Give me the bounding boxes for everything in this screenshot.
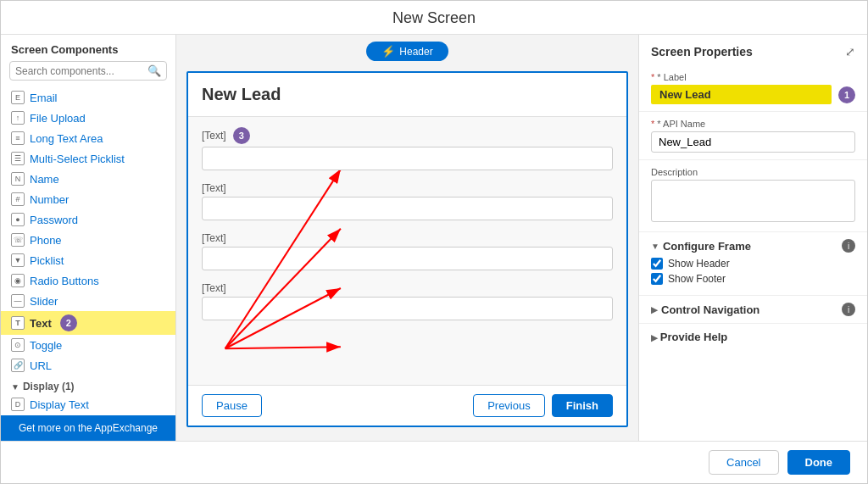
canvas-footer: Pause Previous Finish [188, 385, 626, 426]
show-header-checkbox[interactable] [651, 258, 663, 270]
search-input[interactable] [15, 65, 147, 77]
cancel-button[interactable]: Cancel [709, 450, 778, 475]
radio-icon: ◉ [11, 274, 25, 287]
field-3-input[interactable] [202, 247, 613, 270]
component-item-radio[interactable]: ◉ Radio Buttons [1, 270, 175, 291]
component-item-file-upload[interactable]: ↑ File Upload [1, 108, 175, 128]
configure-frame-header[interactable]: ▼ Configure Frame i [651, 239, 855, 253]
component-label-number: Number [30, 193, 69, 206]
right-panel: Screen Properties ⤢ * * Label 1 * * API … [638, 35, 867, 441]
search-box-container: 🔍 [9, 61, 167, 81]
component-label-slider: Slider [30, 295, 58, 308]
center-panel: ⚡ Header [176, 35, 638, 441]
left-panel: Screen Components 🔍 E Email ↑ File Uploa… [1, 35, 176, 441]
control-nav-header: ▶ Control Navigation i [651, 303, 855, 316]
show-footer-label: Show Footer [668, 273, 726, 285]
badge-2: 2 [60, 314, 77, 331]
component-label-radio: Radio Buttons [30, 275, 99, 287]
component-item-phone[interactable]: ☏ Phone [1, 230, 175, 250]
modal-footer: Cancel Done [1, 441, 867, 483]
component-item-text[interactable]: T Text 2 [1, 311, 175, 335]
text-field-4: [Text] [202, 282, 613, 320]
pause-button[interactable]: Pause [202, 394, 262, 417]
component-label-email: Email [30, 92, 58, 104]
configure-frame-info-icon[interactable]: i [842, 239, 855, 253]
control-nav-title: ▶ Control Navigation [651, 303, 760, 316]
component-item-password[interactable]: ● Password [1, 209, 175, 230]
toggle-icon: ⊙ [11, 338, 25, 352]
header-tab-bar: ⚡ Header [176, 35, 638, 61]
name-icon: N [11, 172, 25, 186]
component-item-number[interactable]: # Number [1, 189, 175, 209]
provide-help-title: ▶ Provide Help [651, 331, 727, 343]
component-label-toggle: Toggle [30, 339, 62, 352]
control-nav-chevron-icon: ▶ [651, 305, 658, 314]
component-label-text: Text [30, 317, 52, 330]
provide-help-section[interactable]: ▶ Provide Help [639, 324, 867, 350]
email-component-icon: E [11, 91, 25, 104]
control-nav-section[interactable]: ▶ Control Navigation i [639, 296, 867, 324]
field-4-input[interactable] [202, 297, 613, 320]
text-field-3: [Text] [202, 232, 613, 270]
component-item-display-text[interactable]: D Display Text [1, 394, 175, 414]
description-textarea[interactable] [651, 180, 855, 222]
field-2-label: [Text] [202, 182, 613, 194]
component-label-multiselect: Multi-Select Picklist [30, 153, 125, 165]
badge-3: 3 [233, 127, 250, 144]
number-icon: # [11, 192, 25, 206]
component-label-long-text: Long Text Area [30, 132, 103, 145]
component-item-toggle[interactable]: ⊙ Toggle [1, 335, 175, 355]
component-item-long-text[interactable]: ≡ Long Text Area [1, 128, 175, 148]
badge-1: 1 [838, 86, 855, 103]
screen-header-label: New Lead [188, 73, 626, 117]
component-label-file-upload: File Upload [30, 112, 86, 125]
component-item-picklist[interactable]: ▼ Picklist [1, 250, 175, 270]
left-panel-title: Screen Components [1, 35, 175, 61]
label-prop-section: * * Label 1 [639, 65, 867, 112]
slider-icon: — [11, 294, 25, 308]
field-1-input[interactable] [202, 147, 613, 170]
header-tab[interactable]: ⚡ Header [366, 42, 448, 61]
label-value-input[interactable] [651, 85, 832, 104]
component-label-url: URL [30, 359, 52, 372]
collapse-chevron-icon: ▼ [651, 242, 659, 251]
appexchange-button[interactable]: Get more on the AppExchange [1, 415, 175, 441]
provide-help-chevron-icon: ▶ [651, 333, 660, 342]
component-item-email[interactable]: E Email [1, 87, 175, 108]
api-name-label: * * API Name [651, 119, 855, 129]
password-icon: ● [11, 213, 25, 226]
previous-button[interactable]: Previous [473, 394, 545, 417]
component-item-url[interactable]: 🔗 URL [1, 355, 175, 376]
finish-button[interactable]: Finish [552, 394, 613, 417]
modal-title-bar: New Screen [1, 1, 867, 35]
component-item-name[interactable]: N Name [1, 169, 175, 189]
text-field-1: [Text] 3 [202, 127, 613, 170]
component-label-display-text: Display Text [30, 398, 89, 411]
display-section-label: Display (1) [23, 381, 75, 392]
component-label-picklist: Picklist [30, 254, 64, 267]
modal-title: New Screen [392, 9, 476, 26]
components-list: E Email ↑ File Upload ≡ Long Text Area ☰… [1, 87, 175, 415]
file-upload-icon: ↑ [11, 111, 25, 125]
field-2-input[interactable] [202, 197, 613, 220]
right-panel-title: Screen Properties [651, 45, 753, 58]
footer-right-buttons: Previous Finish [473, 394, 613, 417]
multiselect-icon: ☰ [11, 152, 25, 165]
component-item-multiselect[interactable]: ☰ Multi-Select Picklist [1, 148, 175, 169]
control-nav-info-icon[interactable]: i [842, 303, 855, 316]
show-footer-checkbox[interactable] [651, 273, 663, 285]
component-label-name: Name [30, 173, 59, 186]
done-button[interactable]: Done [787, 450, 851, 475]
expand-icon[interactable]: ⤢ [845, 45, 855, 58]
label-input-row: 1 [651, 85, 855, 104]
show-header-label: Show Header [668, 258, 730, 270]
screen-canvas: New Lead [Text] 3 [Text] [176, 61, 638, 441]
phone-icon: ☏ [11, 233, 25, 247]
component-item-slider[interactable]: — Slider [1, 291, 175, 311]
display-section-header[interactable]: ▼ Display (1) [1, 376, 175, 394]
field-1-label: [Text] [202, 130, 226, 142]
configure-frame-title: ▼ Configure Frame [651, 240, 751, 253]
component-label-phone: Phone [30, 234, 62, 247]
api-name-input[interactable] [651, 131, 855, 153]
url-icon: 🔗 [11, 359, 25, 372]
